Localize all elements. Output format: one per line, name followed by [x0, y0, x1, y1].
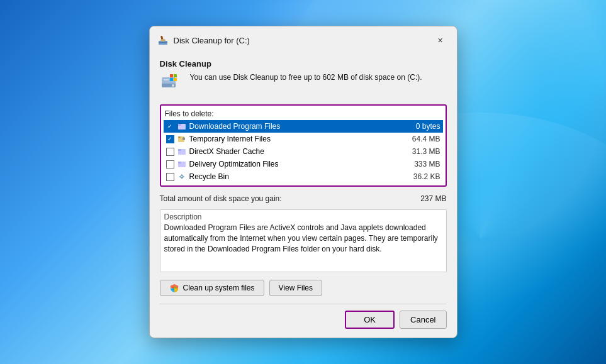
file-checkbox-1[interactable]: [166, 123, 174, 131]
ok-button[interactable]: OK: [345, 311, 395, 329]
files-to-delete-section: Files to delete: Downloaded Program File…: [160, 104, 447, 187]
action-buttons-row: Clean up system files View Files: [160, 280, 447, 296]
svg-rect-28: [183, 176, 184, 177]
file-item-recycle-bin[interactable]: Recycle Bin 36.2 KB: [164, 170, 443, 183]
description-section-title: Description: [160, 210, 446, 221]
svg-rect-18: [182, 138, 185, 140]
close-button[interactable]: ×: [432, 31, 449, 49]
svg-rect-17: [178, 136, 181, 138]
svg-rect-31: [172, 289, 174, 290]
svg-point-3: [165, 43, 166, 44]
file-item-downloaded-program[interactable]: Downloaded Program Files 0 bytes: [164, 120, 443, 133]
file-icon-5: [177, 172, 187, 182]
title-bar-left: Disk Cleanup for (C:): [157, 35, 250, 46]
cleanup-system-files-button[interactable]: Clean up system files: [160, 280, 264, 296]
files-box-label: Files to delete:: [164, 109, 443, 118]
dialog-overlay: Disk Cleanup for (C:) × Disk Cleanup: [0, 0, 606, 364]
file-icon-1: [177, 121, 187, 131]
file-icon-2: [177, 134, 187, 144]
title-bar: Disk Cleanup for (C:) ×: [150, 26, 457, 54]
svg-rect-20: [178, 149, 181, 151]
svg-point-5: [160, 39, 166, 41]
svg-rect-32: [174, 289, 176, 290]
file-name-5: Recycle Bin: [189, 172, 403, 181]
svg-rect-29: [172, 287, 174, 289]
file-size-2: 64.4 MB: [406, 135, 440, 143]
svg-rect-11: [174, 74, 177, 77]
svg-rect-30: [174, 287, 176, 289]
file-size-4: 333 MB: [406, 160, 440, 168]
drive-icon: [160, 72, 184, 98]
svg-rect-15: [178, 124, 181, 126]
description-section: Description Downloaded Program Files are…: [160, 209, 447, 272]
file-name-1: Downloaded Program Files: [189, 122, 403, 131]
disk-cleanup-title-icon: [157, 35, 169, 46]
file-checkbox-3[interactable]: [166, 148, 174, 156]
file-checkbox-4[interactable]: [166, 160, 174, 168]
svg-rect-1: [159, 42, 167, 43]
svg-rect-25: [181, 174, 182, 175]
total-label: Total amount of disk space you gain:: [160, 194, 282, 203]
svg-rect-13: [174, 78, 177, 81]
files-list: Downloaded Program Files 0 bytes: [164, 120, 443, 183]
file-size-1: 0 bytes: [406, 122, 440, 131]
disk-cleanup-header-section: Disk Cleanup: [160, 59, 447, 98]
file-name-2: Temporary Internet Files: [189, 135, 403, 143]
svg-rect-12: [170, 78, 173, 81]
svg-point-24: [181, 176, 182, 177]
file-name-3: DirectX Shader Cache: [189, 147, 403, 156]
svg-rect-22: [178, 162, 181, 163]
svg-rect-27: [179, 176, 181, 177]
description-text: Downloaded Program Files are ActiveX con…: [160, 221, 446, 272]
header-description-text: You can use Disk Cleanup to free up to 6…: [190, 72, 422, 83]
dialog-title: Disk Cleanup for (C:): [174, 36, 250, 45]
svg-point-8: [172, 84, 174, 87]
disk-cleanup-section-label: Disk Cleanup: [160, 59, 447, 69]
view-files-label: View Files: [279, 284, 313, 292]
cancel-button[interactable]: Cancel: [400, 311, 446, 329]
svg-point-2: [160, 43, 161, 44]
file-checkbox-2[interactable]: [166, 135, 174, 143]
disk-cleanup-header: You can use Disk Cleanup to free up to 6…: [160, 72, 447, 98]
total-value: 237 MB: [420, 194, 446, 203]
file-item-directx[interactable]: DirectX Shader Cache 31.3 MB: [164, 145, 443, 158]
file-item-delivery-optimization[interactable]: Delivery Optimization Files 333 MB: [164, 158, 443, 170]
file-size-5: 36.2 KB: [406, 172, 440, 181]
svg-rect-10: [170, 74, 173, 77]
file-checkbox-5[interactable]: [166, 173, 174, 181]
file-icon-4: [177, 159, 187, 169]
svg-rect-9: [164, 79, 169, 80]
file-icon-3: [177, 146, 187, 157]
view-files-button[interactable]: View Files: [269, 280, 322, 296]
shield-windows-icon: [169, 283, 179, 293]
svg-rect-26: [181, 178, 182, 179]
file-size-3: 31.3 MB: [406, 147, 440, 156]
ok-cancel-row: OK Cancel: [160, 304, 447, 329]
file-name-4: Delivery Optimization Files: [189, 160, 403, 168]
cleanup-btn-label: Clean up system files: [183, 284, 255, 292]
file-item-temporary-internet[interactable]: Temporary Internet Files 64.4 MB: [164, 133, 443, 145]
disk-cleanup-dialog: Disk Cleanup for (C:) × Disk Cleanup: [149, 26, 457, 338]
total-row: Total amount of disk space you gain: 237…: [160, 192, 447, 206]
dialog-body: Disk Cleanup: [150, 54, 457, 338]
